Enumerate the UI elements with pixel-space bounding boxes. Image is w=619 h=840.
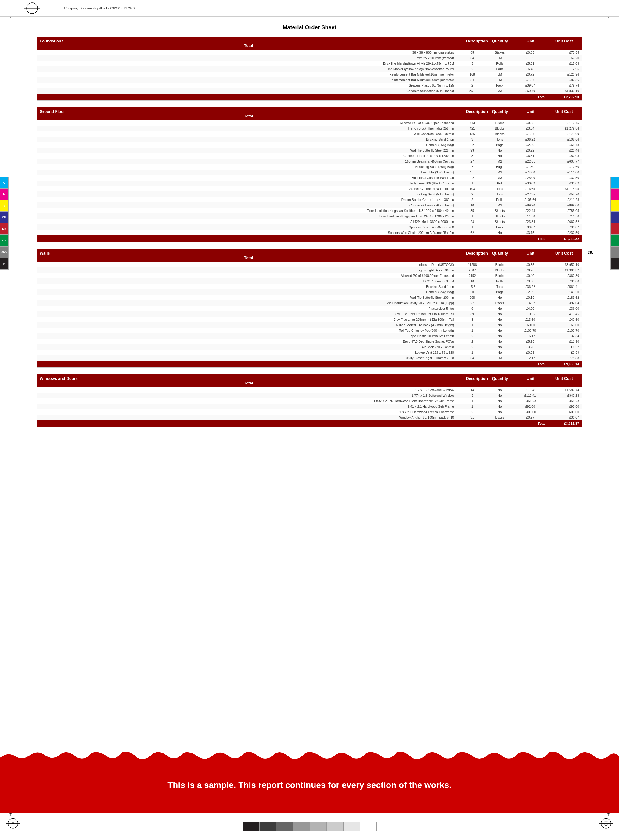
cell-5-1: 93 xyxy=(457,148,487,152)
cell-16-0: Louvre Vent 229 x 76 x 229 xyxy=(40,351,457,354)
cell-18-4: £667.52 xyxy=(549,220,579,224)
table-row: Wall Insulation Cavity 50 x 1200 x 455m … xyxy=(37,300,582,306)
cell-1-4: £1,279.84 xyxy=(549,127,579,130)
cell-6-1: 8 xyxy=(457,154,487,158)
col-header-2: Unit xyxy=(512,109,549,114)
cell-17-0: Cavity Closer Rigid 100mm x 2.5m xyxy=(40,356,457,360)
total-spacer-0 xyxy=(40,362,457,366)
cell-16-3: £0.59 xyxy=(512,351,549,354)
table-row: Additional Cost For Part Load1.5M3£25.00… xyxy=(37,175,582,181)
cell-12-3: £100.70 xyxy=(512,329,549,332)
cell-17-2: Sheets xyxy=(487,214,512,218)
cell-5-3: £0.97 xyxy=(512,416,549,419)
cell-7-2: Packs xyxy=(487,301,512,305)
table-row: Roll Top Chimney Pot (900mm Length)1No£1… xyxy=(37,328,582,333)
total-value-0: £2,292.90 xyxy=(549,95,579,99)
color-swatch-right-1 xyxy=(610,188,619,200)
cell-10-1: 1.5 xyxy=(457,176,487,180)
total-spacer-1 xyxy=(457,362,487,366)
cell-1-1: 3 xyxy=(457,394,487,397)
cell-5-3: £1.04 xyxy=(512,78,549,82)
cell-5-4: £149.50 xyxy=(549,290,579,294)
color-swatch-right-7 xyxy=(610,258,619,270)
cell-5-0: Cement (25kg Bag) xyxy=(40,290,457,294)
cell-13-3: £16.17 xyxy=(512,334,549,338)
cell-15-4: £899.00 xyxy=(549,203,579,207)
cell-16-0: Floor Insulation Kingspan Kooltherm K3 1… xyxy=(40,209,457,212)
cell-14-1: 2 xyxy=(457,340,487,343)
cell-2-3: £0.40 xyxy=(512,274,549,278)
table-row: Allowed PC. of £250.00 per Thousand443Br… xyxy=(37,120,582,125)
col-header-3: Unit Cost xyxy=(549,109,579,114)
cell-13-4: £54.70 xyxy=(549,192,579,196)
cell-12-4: £1,714.95 xyxy=(549,187,579,191)
table-row: Cement (25kg Bag)50Bags£2.99£149.50 xyxy=(37,289,582,295)
cell-1-1: 421 xyxy=(457,127,487,130)
table-row: 1.2 x 1.2 Softwood Window14No£113.41£1,5… xyxy=(37,387,582,393)
main-content: Material Order Sheet FoundationsDescript… xyxy=(37,24,582,779)
cell-10-1: 3 xyxy=(457,318,487,321)
cell-10-0: Clay Flue Liner 225mm Int Dia 300mm Tall xyxy=(40,318,457,321)
cell-15-1: 10 xyxy=(457,203,487,207)
cell-7-0: Wall Insulation Cavity 50 x 1200 x 455m … xyxy=(40,301,457,305)
table-row: Trench Block Thermalite 255mm421Blocks£3… xyxy=(37,125,582,131)
cell-8-3: £4.00 xyxy=(512,307,549,310)
cell-17-0: Floor Insulation Kingspan TF70 2400 x 12… xyxy=(40,214,457,218)
cell-11-0: Milner Scored Fire Back (450mm Height) xyxy=(40,323,457,327)
cell-5-0: Window Anchor 8 x 100mm pack of 10 xyxy=(40,416,457,419)
table-row: Polythene 100 (Black) 4 x 25m1Roll£30.02… xyxy=(37,181,582,186)
cell-1-2: Blocks xyxy=(487,127,512,130)
cell-4-0: Bricking Sand 1 ton xyxy=(40,285,457,288)
section-walls: WallsDescriptionQuantityUnitUnit CostTot… xyxy=(37,249,582,368)
total-spacer-1 xyxy=(457,237,487,240)
footer-strip-4 xyxy=(310,822,326,831)
cell-8-2: Bags xyxy=(487,165,512,169)
cell-7-1: 26.5 xyxy=(457,89,487,93)
cell-2-1: 2152 xyxy=(457,274,487,278)
cell-17-1: 1 xyxy=(457,214,487,218)
section-name-1: Ground Floor xyxy=(40,109,457,114)
table-row: 150mm Beams at 450mm Centres27M2£22.51£6… xyxy=(37,158,582,164)
cell-4-2: LM xyxy=(487,73,512,76)
color-swatches-right xyxy=(610,177,619,270)
table-row: Window Anchor 8 x 100mm pack of 1031Boxe… xyxy=(37,415,582,420)
cell-2-3: £1.27 xyxy=(512,132,549,136)
table-row: Floor Insulation Kingspan TF70 2400 x 12… xyxy=(37,213,582,219)
cell-9-4: £111.00 xyxy=(549,170,579,174)
table-row: Floor Insulation Kingspan Kooltherm K3 1… xyxy=(37,208,582,213)
table-row: Crushed Concrete (20 ton loads)103Tons£1… xyxy=(37,186,582,191)
cell-7-0: 150mm Beams at 450mm Centres xyxy=(40,160,457,163)
table-row: Pipe Plastic 100mm 6m Length2No£16.17£32… xyxy=(37,333,582,339)
table-row: Spacers Plastic 40/50mm x 2001Pack£39.87… xyxy=(37,224,582,230)
table-row: Allowed PC of £400.00 per Thousand2152Br… xyxy=(37,273,582,278)
total-label-2: Total xyxy=(512,362,549,366)
table-row: Concrete Oversite (6 m3 loads)10M3£89.90… xyxy=(37,203,582,208)
footer-strip-1 xyxy=(259,822,276,831)
partial-price: £9, xyxy=(588,250,593,255)
total-row-3: Total£3,016.87 xyxy=(37,420,582,427)
cell-1-2: Blocks xyxy=(487,268,512,272)
cell-3-4: £108.66 xyxy=(549,137,579,141)
cell-3-2: Tons xyxy=(487,137,512,141)
cell-1-3: £0.76 xyxy=(512,268,549,272)
cell-0-2: Bricks xyxy=(487,263,512,267)
section-name-0: Foundations xyxy=(40,39,457,43)
table-row: Clay Flue Liner 225mm Int Dia 300mm Tall… xyxy=(37,317,582,322)
table-row: Radon Barrier Green 1s x 4m 360mu2Rolls£… xyxy=(37,197,582,203)
cell-17-3: £11.50 xyxy=(512,214,549,218)
cell-4-1: 15.5 xyxy=(457,285,487,288)
cell-3-1: 2 xyxy=(457,67,487,71)
cell-1-3: £1.05 xyxy=(512,56,549,60)
cell-3-1: 10 xyxy=(457,279,487,283)
total-spacer-2 xyxy=(487,362,512,366)
cell-17-4: £778.88 xyxy=(549,356,579,360)
cell-0-4: £1,587.74 xyxy=(549,388,579,392)
total-spacer-2 xyxy=(487,422,512,425)
cell-5-1: 50 xyxy=(457,290,487,294)
col-header-2: Unit xyxy=(512,376,549,381)
cell-12-2: No xyxy=(487,329,512,332)
cell-15-0: Concrete Oversite (6 m3 loads) xyxy=(40,203,457,207)
table-row: Line Marker (yellow spray) No-Nonsense 7… xyxy=(37,66,582,72)
table-row: Wall Tie Butterfly Steel 200mm998No£0.19… xyxy=(37,295,582,300)
cell-6-3: £39.87 xyxy=(512,84,549,87)
